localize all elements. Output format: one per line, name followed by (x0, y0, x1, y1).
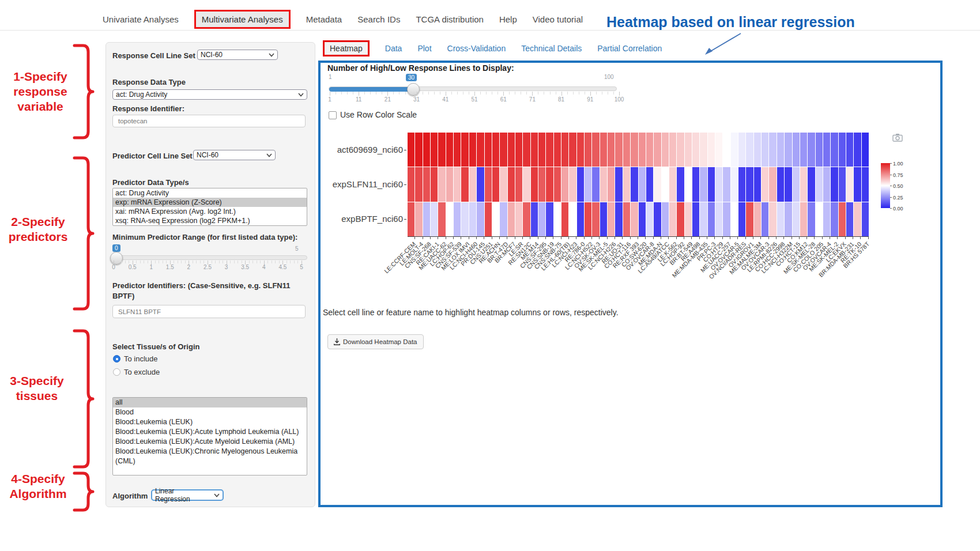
heatmap-cell[interactable] (592, 133, 599, 167)
heatmap-cell[interactable] (561, 202, 568, 236)
heatmap-cell[interactable] (554, 202, 561, 236)
heatmap-cell[interactable] (608, 133, 615, 167)
heatmap-cell[interactable] (839, 167, 846, 201)
heatmap-cell[interactable] (477, 167, 484, 201)
heatmap-cell[interactable] (454, 133, 461, 167)
heatmap-cell[interactable] (800, 202, 807, 236)
heatmap-cell[interactable] (431, 202, 438, 236)
heatmap-row-label-expbptf-nci60[interactable]: expBPTF_nci60 (341, 214, 403, 224)
heatmap-cell[interactable] (423, 202, 430, 236)
heatmap-cell[interactable] (785, 167, 791, 201)
heatmap-cell[interactable] (431, 167, 438, 201)
heatmap-cell[interactable] (754, 202, 761, 236)
heatmap-cell[interactable] (500, 133, 507, 167)
nav-item-metadata[interactable]: Metadata (306, 14, 342, 24)
heatmap-cell[interactable] (438, 167, 445, 201)
heatmap-cell[interactable] (446, 202, 453, 236)
heatmap-cell[interactable] (731, 202, 738, 236)
heatmap-cell[interactable] (731, 167, 738, 201)
heatmap-cell[interactable] (461, 167, 468, 201)
heatmap-cell[interactable] (485, 202, 492, 236)
heatmap-cell[interactable] (769, 202, 776, 236)
heatmap-cell[interactable] (769, 167, 776, 201)
download-heatmap-data-button[interactable]: Download Heatmap Data (327, 334, 424, 349)
tab-partial-correlation[interactable]: Partial Correlation (597, 44, 662, 53)
heatmap-cell[interactable] (408, 133, 414, 167)
heatmap-cell[interactable] (446, 133, 453, 167)
response-identifier-input[interactable]: topotecan (112, 115, 306, 127)
heatmap-cell[interactable] (531, 133, 538, 167)
heatmap-cell[interactable] (415, 202, 422, 236)
heatmap-cell[interactable] (639, 133, 646, 167)
heatmap-cell[interactable] (692, 133, 699, 167)
heatmap-cell[interactable] (569, 133, 576, 167)
heatmap-cell[interactable] (569, 167, 576, 201)
heatmap-cell[interactable] (454, 202, 461, 236)
heatmap-cell[interactable] (677, 202, 684, 236)
heatmap-cell[interactable] (554, 167, 561, 201)
tissue-listbox[interactable]: allBloodBlood:Leukemia (LEUK)Blood:Leuke… (112, 397, 307, 475)
heatmap-cell[interactable] (469, 202, 476, 236)
heatmap-cell[interactable] (500, 167, 507, 201)
tissue-option-blood-leukemia-leuk-acute-myeloid-leukemia-aml[interactable]: Blood:Leukemia (LEUK):Acute Myeloid Leuk… (113, 437, 307, 447)
heatmap-cell[interactable] (677, 167, 684, 201)
heatmap-cell[interactable] (500, 202, 507, 236)
heatmap-cell[interactable] (862, 133, 869, 167)
tissue-option-blood-leukemia-leuk-chronic-myelogenous-leukemia-cml[interactable]: Blood:Leukemia (LEUK):Chronic Myelogenou… (113, 447, 307, 466)
heatmap-cell[interactable] (793, 133, 800, 167)
heatmap-cell[interactable] (823, 167, 830, 201)
heatmap-cell[interactable] (762, 133, 768, 167)
heatmap-cell[interactable] (646, 202, 653, 236)
heatmap-cell[interactable] (677, 133, 684, 167)
heatmap-cell[interactable] (546, 167, 553, 201)
heatmap-cell[interactable] (816, 167, 823, 201)
heatmap-cell[interactable] (469, 167, 476, 201)
heatmap-cell[interactable] (492, 167, 499, 201)
heatmap-cell[interactable] (469, 133, 476, 167)
heatmap-cell[interactable] (631, 133, 638, 167)
heatmap-cell[interactable] (769, 133, 776, 167)
heatmap-cell[interactable] (708, 202, 715, 236)
heatmap-cell[interactable] (508, 202, 515, 236)
tab-heatmap[interactable]: Heatmap (323, 40, 370, 56)
heatmap-cell[interactable] (623, 133, 630, 167)
heatmap-cell[interactable] (839, 202, 846, 236)
heatmap-cell[interactable] (515, 167, 522, 201)
heatmap-cell[interactable] (631, 202, 638, 236)
heatmap-cell[interactable] (461, 202, 468, 236)
heatmap-cell[interactable] (708, 167, 715, 201)
heatmap-cell[interactable] (615, 167, 622, 201)
heatmap-cell[interactable] (600, 133, 607, 167)
heatmap-cell[interactable] (508, 167, 515, 201)
predictor-identifiers-input[interactable]: SLFN11 BPTF (112, 305, 306, 318)
heatmap-cell[interactable] (816, 133, 823, 167)
heatmap-cell[interactable] (846, 167, 853, 201)
predictor-data-type-option-exp-mrna-expression-z-score[interactable]: exp: mRNA Expression (Z-Score) (113, 198, 307, 207)
heatmap-cell[interactable] (546, 133, 553, 167)
heatmap-cell[interactable] (662, 202, 669, 236)
heatmap-cell[interactable] (438, 133, 445, 167)
heatmap-cell[interactable] (600, 202, 607, 236)
heatmap-cell[interactable] (692, 167, 699, 201)
heatmap-cell[interactable] (654, 167, 661, 201)
heatmap-cell[interactable] (715, 202, 722, 236)
heatmap-cell[interactable] (808, 133, 815, 167)
camera-icon[interactable] (892, 133, 903, 142)
heatmap-cell[interactable] (669, 133, 676, 167)
heatmap-cell[interactable] (423, 133, 430, 167)
nav-item-multivariate-analyses[interactable]: Multivariate Analyses (194, 10, 291, 29)
tab-data[interactable]: Data (385, 44, 402, 53)
heatmap-cell[interactable] (808, 167, 815, 201)
heatmap-cell[interactable] (585, 167, 591, 201)
tissue-option-blood-leukemia-leuk[interactable]: Blood:Leukemia (LEUK) (113, 417, 307, 427)
heatmap-cell[interactable] (738, 202, 745, 236)
heatmap-cell[interactable] (569, 202, 576, 236)
heatmap-cell[interactable] (669, 167, 676, 201)
heatmap-cell[interactable] (454, 167, 461, 201)
heatmap-cell[interactable] (415, 133, 422, 167)
nav-item-tcga-distribution[interactable]: TCGA distribution (416, 14, 484, 24)
heatmap-cell[interactable] (646, 167, 653, 201)
heatmap-cell[interactable] (485, 167, 492, 201)
heatmap-cell[interactable] (577, 167, 584, 201)
heatmap-cell[interactable] (700, 167, 707, 201)
